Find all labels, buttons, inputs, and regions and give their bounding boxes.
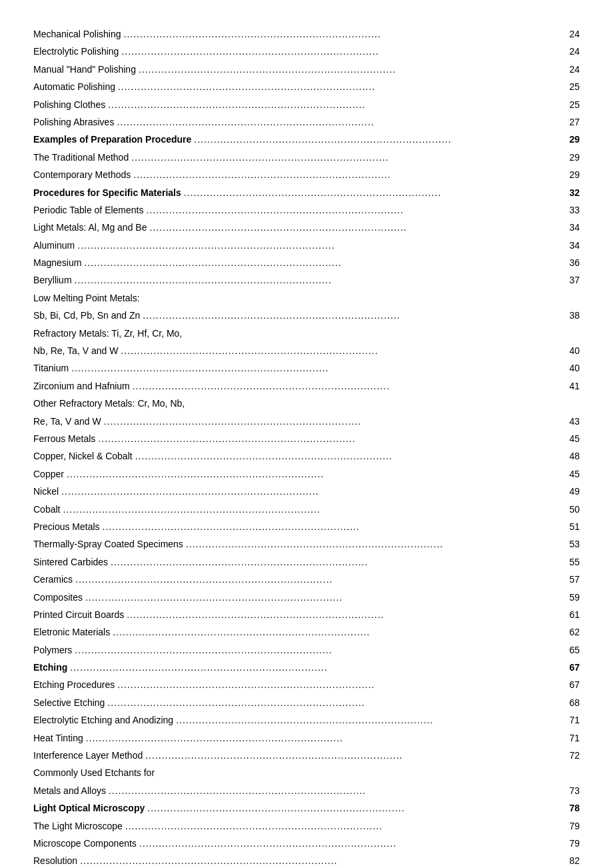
toc-entry: Polishing Abrasives.....................…: [33, 115, 580, 129]
toc-dots: ........................................…: [176, 713, 566, 727]
toc-dots: ........................................…: [104, 414, 567, 429]
toc-dots: ........................................…: [77, 238, 566, 253]
toc-dots: ........................................…: [71, 361, 566, 375]
toc-entry: Refractory Metals: Ti, Zr, Hf, Cr, Mo,: [33, 326, 580, 341]
toc-page: 36: [569, 255, 580, 270]
toc-title: Electrolytic Etching and Anodizing: [33, 713, 173, 727]
toc-dots: ........................................…: [98, 431, 566, 446]
toc-title: Manual "Hand" Polishing: [33, 62, 136, 77]
toc-page: 71: [569, 713, 580, 727]
toc-page: 29: [569, 150, 580, 165]
toc-title: Mechanical Polishing: [33, 27, 121, 41]
toc-dots: ........................................…: [125, 819, 567, 833]
toc-title: Contemporary Methods: [33, 167, 131, 182]
toc-dots: ........................................…: [109, 783, 566, 798]
toc-dots: ........................................…: [84, 255, 566, 270]
toc-entry: Resolution..............................…: [33, 853, 580, 868]
toc-page: 41: [569, 379, 580, 393]
toc-entry: Titanium................................…: [33, 361, 580, 375]
toc-dots: ........................................…: [184, 185, 567, 200]
toc-page: 79: [569, 836, 580, 851]
toc-dots: ........................................…: [147, 801, 566, 815]
toc-dots: ........................................…: [149, 220, 566, 235]
toc-title: Aluminum: [33, 238, 75, 253]
toc-page: 34: [569, 220, 580, 235]
toc-page: 24: [569, 44, 580, 59]
toc-dots: ........................................…: [113, 625, 566, 639]
toc-title: Low Melting Point Metals:: [33, 291, 140, 305]
toc-title: Microscope Components: [33, 836, 137, 851]
toc-page: 57: [569, 572, 580, 587]
toc-entry: Thermally-Spray Coated Specimens........…: [33, 537, 580, 551]
toc-page: 82: [569, 853, 580, 868]
toc-title: Electrolytic Polishing: [33, 44, 119, 59]
table-of-contents: Mechanical Polishing....................…: [33, 27, 580, 868]
toc-title: Etching: [33, 660, 67, 675]
toc-dots: ........................................…: [133, 379, 567, 393]
toc-page: 34: [569, 238, 580, 253]
toc-dots: ........................................…: [117, 115, 566, 129]
toc-dots: ........................................…: [85, 590, 567, 605]
toc-dots: ........................................…: [194, 132, 566, 147]
toc-page: 67: [569, 677, 580, 692]
toc-entry: Ferrous Metals..........................…: [33, 431, 580, 446]
toc-dots: ........................................…: [124, 27, 567, 41]
toc-dots: ........................................…: [147, 203, 567, 217]
toc-title: Metals and Alloys: [33, 783, 106, 798]
toc-title: Sintered Carbides: [33, 555, 108, 569]
toc-entry: Aluminum................................…: [33, 238, 580, 253]
toc-dots: ........................................…: [121, 44, 566, 59]
toc-page: 65: [569, 643, 580, 657]
toc-page: 33: [569, 203, 580, 217]
toc-entry: Etching.................................…: [33, 660, 580, 675]
toc-title: The Light Microscope: [33, 819, 123, 833]
toc-dots: ........................................…: [67, 467, 567, 481]
toc-title: Polymers: [33, 643, 72, 657]
toc-page: 38: [569, 308, 580, 323]
toc-dots: ........................................…: [133, 167, 566, 182]
toc-dots: ........................................…: [61, 484, 566, 499]
toc-dots: ........................................…: [75, 572, 566, 587]
toc-title: Copper: [33, 467, 64, 481]
toc-title: Automatic Polishing: [33, 79, 115, 94]
toc-entry: Examples of Preparation Procedure.......…: [33, 132, 580, 147]
toc-page: 24: [569, 62, 580, 77]
toc-title: Beryllium: [33, 273, 72, 287]
toc-entry: Copper, Nickel & Cobalt.................…: [33, 449, 580, 463]
toc-dots: ........................................…: [121, 343, 566, 358]
toc-page: 67: [569, 660, 580, 675]
toc-page: 62: [569, 625, 580, 639]
toc-entry: Procedures for Specific Materials.......…: [33, 185, 580, 200]
toc-dots: ........................................…: [75, 643, 566, 657]
toc-page: 49: [569, 484, 580, 499]
toc-entry: Light Metals: Al, Mg and Be.............…: [33, 220, 580, 235]
toc-page: 72: [569, 748, 580, 763]
toc-entry: Etching Procedures......................…: [33, 677, 580, 692]
toc-entry: Electrolytic Polishing..................…: [33, 44, 580, 59]
toc-page: 40: [569, 361, 580, 375]
toc-title: Selective Etching: [33, 695, 105, 710]
toc-page: 78: [569, 801, 580, 815]
toc-title: Other Refractory Metals: Cr, Mo, Nb,: [33, 396, 185, 411]
toc-page: 79: [569, 819, 580, 833]
toc-entry: Zirconium and Hafnium...................…: [33, 379, 580, 393]
toc-page: 55: [569, 555, 580, 569]
toc-page: 59: [569, 590, 580, 605]
toc-entry: Precious Metals.........................…: [33, 519, 580, 534]
toc-page: 68: [569, 695, 580, 710]
toc-dots: ........................................…: [145, 748, 566, 763]
toc-dots: ........................................…: [143, 308, 566, 323]
toc-page: 51: [569, 519, 580, 534]
toc-entry: Light Optical Microscopy................…: [33, 801, 580, 815]
toc-title: Polishing Abrasives: [33, 115, 114, 129]
toc-page: 43: [569, 414, 580, 429]
toc-page: 61: [569, 607, 580, 622]
toc-title: Cobalt: [33, 502, 60, 517]
toc-entry: Mechanical Polishing....................…: [33, 27, 580, 41]
toc-dots: ........................................…: [75, 273, 567, 287]
toc-entry: Beryllium...............................…: [33, 273, 580, 287]
toc-page: 32: [569, 185, 580, 200]
toc-dots: ........................................…: [117, 677, 566, 692]
toc-entry: Interference Layer Method...............…: [33, 748, 580, 763]
toc-page: 29: [569, 132, 580, 147]
